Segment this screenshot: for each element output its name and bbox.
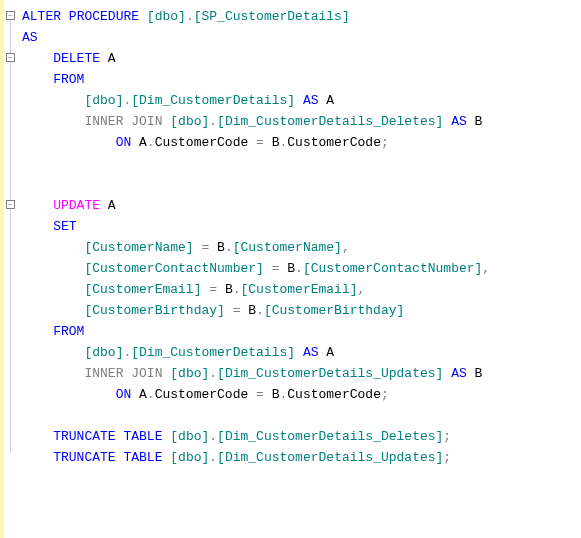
code-line[interactable] [22,405,581,426]
code-line[interactable]: INNER JOIN [dbo].[Dim_CustomerDetails_Up… [22,363,581,384]
token: INNER [84,114,123,129]
token [295,93,303,108]
token: . [147,135,155,150]
code-editor[interactable]: ALTER PROCEDURE [dbo].[SP_CustomerDetail… [20,0,581,538]
token [264,261,272,276]
fold-toggle[interactable] [6,200,15,209]
fold-toggle[interactable] [6,53,15,62]
token: A [100,51,116,66]
code-line[interactable]: [CustomerEmail] = B.[CustomerEmail], [22,279,581,300]
token: [CustomerBirthday] [264,303,404,318]
code-line[interactable]: ON A.CustomerCode = B.CustomerCode; [22,132,581,153]
token [295,345,303,360]
code-line[interactable]: [CustomerName] = B.[CustomerName], [22,237,581,258]
token: , [482,261,490,276]
token [139,9,147,24]
code-line[interactable]: ON A.CustomerCode = B.CustomerCode; [22,384,581,405]
token: TRUNCATE [53,450,115,465]
code-line[interactable]: DELETE A [22,48,581,69]
token: TABLE [123,450,162,465]
code-line[interactable]: [CustomerContactNumber] = B.[CustomerCon… [22,258,581,279]
token: = [256,387,264,402]
token: [dbo] [84,93,123,108]
fold-toggle[interactable] [6,11,15,20]
token: [CustomerEmail] [241,282,358,297]
fold-guide [10,209,11,452]
token: JOIN [131,114,162,129]
code-line[interactable]: [dbo].[Dim_CustomerDetails] AS A [22,90,581,111]
token: , [358,282,366,297]
token: SET [53,219,76,234]
token: ; [443,450,451,465]
code-line[interactable]: SET [22,216,581,237]
token: PROCEDURE [69,9,139,24]
code-line[interactable]: TRUNCATE TABLE [dbo].[Dim_CustomerDetail… [22,447,581,468]
token: [Dim_CustomerDetails] [131,345,295,360]
token: = [209,282,217,297]
token: [CustomerName] [233,240,342,255]
code-line[interactable]: FROM [22,321,581,342]
token: AS [451,366,467,381]
token: AS [22,30,38,45]
token: B [209,240,225,255]
code-line[interactable]: [CustomerBirthday] = B.[CustomerBirthday… [22,300,581,321]
token: , [342,240,350,255]
token: . [147,387,155,402]
token: . [295,261,303,276]
token: CustomerCode [287,387,381,402]
code-line[interactable]: INNER JOIN [dbo].[Dim_CustomerDetails_De… [22,111,581,132]
token: ; [381,135,389,150]
token: FROM [53,324,84,339]
token: [CustomerContactNumber] [84,261,263,276]
token: . [209,366,217,381]
token: ; [443,429,451,444]
token [61,9,69,24]
token: ON [116,387,132,402]
token: A [100,198,116,213]
token: [CustomerEmail] [84,282,201,297]
token [443,366,451,381]
code-line[interactable] [22,153,581,174]
token: ; [381,387,389,402]
code-line[interactable]: TRUNCATE TABLE [dbo].[Dim_CustomerDetail… [22,426,581,447]
token: A [319,93,335,108]
token: [SP_CustomerDetails] [194,9,350,24]
token: CustomerCode [155,135,256,150]
token: FROM [53,72,84,87]
token: . [233,282,241,297]
token: A [131,387,147,402]
token: B [467,366,483,381]
token: DELETE [53,51,100,66]
code-line[interactable]: ALTER PROCEDURE [dbo].[SP_CustomerDetail… [22,6,581,27]
token: AS [303,345,319,360]
code-line[interactable]: AS [22,27,581,48]
token: INNER [84,366,123,381]
code-line[interactable]: FROM [22,69,581,90]
token: [Dim_CustomerDetails_Deletes] [217,429,443,444]
token: [Dim_CustomerDetails_Deletes] [217,114,443,129]
token: [dbo] [170,450,209,465]
token: B [264,387,280,402]
token: [dbo] [84,345,123,360]
token: B [467,114,483,129]
token: . [186,9,194,24]
token: UPDATE [53,198,100,213]
fold-guide [10,20,11,53]
code-line[interactable]: UPDATE A [22,195,581,216]
token: . [209,429,217,444]
token: B [217,282,233,297]
token: A [131,135,147,150]
fold-guide [10,62,11,200]
token: . [209,114,217,129]
token: B [240,303,256,318]
fold-gutter [4,0,20,538]
token: CustomerCode [155,387,256,402]
token: ON [116,135,132,150]
token: [dbo] [147,9,186,24]
token: TABLE [123,429,162,444]
token [443,114,451,129]
code-line[interactable]: [dbo].[Dim_CustomerDetails] AS A [22,342,581,363]
token: [CustomerBirthday] [84,303,224,318]
code-line[interactable] [22,174,581,195]
token: JOIN [131,366,162,381]
